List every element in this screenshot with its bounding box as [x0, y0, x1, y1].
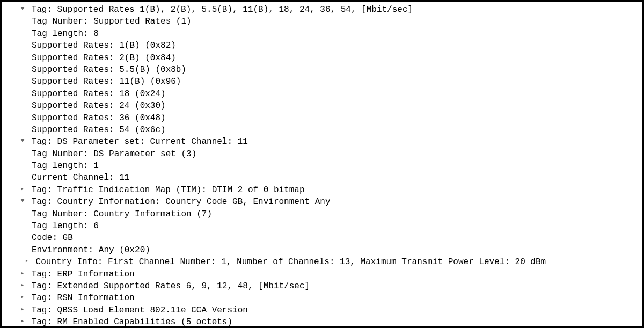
- tag-supported-rates[interactable]: ▼ Tag: Supported Rates 1(B), 2(B), 5.5(B…: [5, 4, 639, 16]
- tag-rm-capabilities[interactable]: ▸ Tag: RM Enabled Capabilities (5 octets…: [5, 316, 639, 328]
- supported-rate[interactable]: Supported Rates: 54 (0x6c): [32, 124, 639, 136]
- collapse-toggle-icon[interactable]: ▸: [19, 185, 26, 193]
- packet-details-panel: ▼ Tag: Supported Rates 1(B), 2(B), 5.5(B…: [0, 0, 644, 328]
- tag-erp[interactable]: ▸ Tag: ERP Information: [5, 268, 639, 280]
- expand-toggle-icon[interactable]: ▼: [19, 137, 26, 145]
- tag-header: Tag: QBSS Load Element 802.11e CCA Versi…: [32, 305, 248, 315]
- tag-number[interactable]: Tag Number: DS Parameter set (3): [32, 148, 639, 160]
- supported-rates-children: Tag Number: Supported Rates (1) Tag leng…: [32, 16, 639, 136]
- supported-rate[interactable]: Supported Rates: 1(B) (0x82): [32, 40, 639, 52]
- tag-header: Tag: ERP Information: [32, 269, 135, 279]
- tag-header: Tag: DS Parameter set: Current Channel: …: [32, 137, 248, 147]
- tag-country-info[interactable]: ▼ Tag: Country Information: Country Code…: [5, 196, 639, 208]
- country-info-text: Country Info: First Channel Number: 1, N…: [36, 257, 546, 267]
- country-children: Tag Number: Country Information (7) Tag …: [32, 208, 639, 257]
- expand-toggle-icon[interactable]: ▼: [19, 5, 26, 13]
- environment[interactable]: Environment: Any (0x20): [32, 244, 639, 256]
- collapse-toggle-icon[interactable]: ▸: [19, 293, 26, 301]
- collapse-toggle-icon[interactable]: ▸: [19, 305, 26, 314]
- tag-header: Tag: Traffic Indication Map (TIM): DTIM …: [32, 185, 305, 195]
- tag-ds-parameter[interactable]: ▼ Tag: DS Parameter set: Current Channel…: [5, 136, 639, 148]
- collapse-toggle-icon[interactable]: ▸: [19, 269, 26, 278]
- collapse-toggle-icon[interactable]: ▸: [19, 317, 26, 325]
- tag-header: Tag: Country Information: Country Code G…: [32, 197, 331, 207]
- tag-header: Tag: RM Enabled Capabilities (5 octets): [32, 317, 232, 327]
- collapse-toggle-icon[interactable]: ▸: [23, 257, 31, 265]
- expand-toggle-icon[interactable]: ▼: [19, 197, 26, 205]
- supported-rate[interactable]: Supported Rates: 5.5(B) (0x8b): [32, 64, 639, 76]
- country-info-subitem[interactable]: ▸ Country Info: First Channel Number: 1,…: [5, 256, 639, 268]
- supported-rate[interactable]: Supported Rates: 11(B) (0x96): [32, 76, 639, 88]
- tag-header: Tag: RSN Information: [32, 293, 135, 303]
- supported-rate[interactable]: Supported Rates: 24 (0x30): [32, 100, 639, 112]
- tag-extended-rates[interactable]: ▸ Tag: Extended Supported Rates 6, 9, 12…: [5, 280, 639, 292]
- ds-param-children: Tag Number: DS Parameter set (3) Tag len…: [32, 148, 639, 184]
- tag-header: Tag: Supported Rates 1(B), 2(B), 5.5(B),…: [32, 5, 413, 14]
- tag-tim[interactable]: ▸ Tag: Traffic Indication Map (TIM): DTI…: [5, 184, 639, 196]
- collapse-toggle-icon[interactable]: ▸: [19, 281, 26, 289]
- tag-rsn[interactable]: ▸ Tag: RSN Information: [5, 292, 639, 304]
- tag-number[interactable]: Tag Number: Supported Rates (1): [32, 16, 639, 27]
- tag-length[interactable]: Tag length: 8: [32, 28, 639, 40]
- tag-number[interactable]: Tag Number: Country Information (7): [32, 208, 639, 220]
- supported-rate[interactable]: Supported Rates: 36 (0x48): [32, 112, 639, 124]
- tag-qbss[interactable]: ▸ Tag: QBSS Load Element 802.11e CCA Ver…: [5, 304, 639, 316]
- country-code[interactable]: Code: GB: [32, 232, 639, 244]
- current-channel[interactable]: Current Channel: 11: [32, 172, 639, 184]
- tag-length[interactable]: Tag length: 1: [32, 160, 639, 172]
- supported-rate[interactable]: Supported Rates: 2(B) (0x84): [32, 52, 639, 64]
- tag-length[interactable]: Tag length: 6: [32, 220, 639, 232]
- supported-rate[interactable]: Supported Rates: 18 (0x24): [32, 88, 639, 100]
- tag-header: Tag: Extended Supported Rates 6, 9, 12, …: [32, 281, 310, 291]
